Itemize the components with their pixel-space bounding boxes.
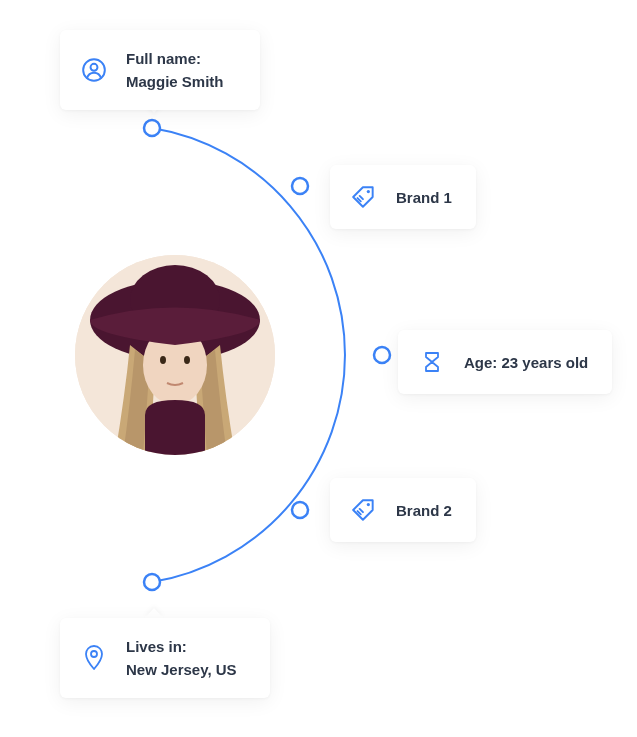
svg-point-19 (91, 651, 97, 657)
fullname-value: Maggie Smith (126, 71, 224, 92)
svg-point-9 (160, 356, 166, 364)
brand1-card: Brand 1 (330, 165, 476, 229)
svg-point-12 (91, 64, 98, 71)
svg-line-14 (360, 196, 363, 199)
svg-point-0 (144, 120, 160, 136)
profile-diagram: Full name: Maggie Smith Brand 1 Age: 23 … (0, 0, 637, 737)
lives-card: Lives in: New Jersey, US (60, 618, 270, 698)
svg-point-13 (367, 190, 370, 193)
brand2-card: Brand 2 (330, 478, 476, 542)
brand1-label: Brand 1 (396, 189, 452, 206)
fullname-label: Full name: (126, 48, 224, 69)
hourglass-icon (418, 348, 446, 376)
svg-point-2 (374, 347, 390, 363)
fullname-card: Full name: Maggie Smith (60, 30, 260, 110)
svg-point-1 (292, 178, 308, 194)
svg-point-16 (367, 503, 370, 506)
age-label: Age: 23 years old (464, 354, 588, 371)
svg-line-17 (360, 509, 363, 512)
pin-icon (80, 644, 108, 672)
brand2-label: Brand 2 (396, 502, 452, 519)
tag-icon (350, 496, 378, 524)
age-card: Age: 23 years old (398, 330, 612, 394)
person-icon (80, 56, 108, 84)
avatar (75, 255, 275, 455)
tag-icon (350, 183, 378, 211)
svg-point-3 (292, 502, 308, 518)
card-pointer-bottom (145, 608, 163, 618)
lives-label: Lives in: (126, 636, 237, 657)
lives-value: New Jersey, US (126, 659, 237, 680)
svg-point-4 (144, 574, 160, 590)
svg-point-10 (184, 356, 190, 364)
